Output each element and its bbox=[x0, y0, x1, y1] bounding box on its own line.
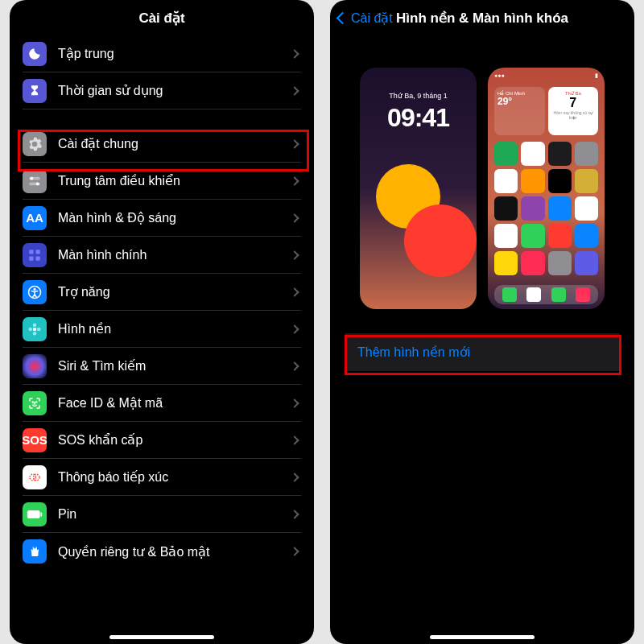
chevron-left-icon bbox=[336, 11, 349, 24]
wallpaper-art bbox=[368, 156, 469, 301]
row-label: Face ID & Mật mã bbox=[58, 395, 291, 411]
svg-point-17 bbox=[30, 474, 36, 481]
header: Cài đặt Hình nền & Màn hình khóa bbox=[330, 0, 634, 35]
app-grid bbox=[494, 142, 598, 285]
row-label: Màn hình chính bbox=[58, 248, 291, 262]
add-wallpaper-label: Thêm hình nền mới bbox=[357, 345, 470, 359]
chevron-right-icon bbox=[290, 547, 299, 555]
chevron-right-icon bbox=[290, 324, 299, 333]
chevron-right-icon bbox=[290, 176, 299, 185]
weather-widget: Hồ Chí Minh 29° bbox=[494, 87, 545, 135]
svg-rect-4 bbox=[29, 250, 33, 254]
app-grid-icon bbox=[23, 243, 47, 267]
row-label: Trợ năng bbox=[58, 284, 291, 299]
flower-icon bbox=[23, 317, 47, 341]
row-privacy[interactable]: Quyền riêng tư & Bảo mật bbox=[23, 533, 301, 570]
chevron-right-icon bbox=[290, 510, 299, 518]
moon-icon bbox=[23, 42, 47, 66]
text-size-icon: AA bbox=[23, 206, 47, 230]
row-general[interactable]: Cài đặt chung bbox=[23, 126, 301, 163]
svg-rect-19 bbox=[27, 510, 40, 518]
hourglass-icon bbox=[23, 79, 47, 103]
row-focus[interactable]: Tập trung bbox=[23, 35, 301, 72]
back-label: Cài đặt bbox=[351, 10, 393, 26]
svg-point-10 bbox=[33, 327, 37, 331]
svg-point-3 bbox=[36, 182, 39, 185]
row-wallpaper[interactable]: Hình nền bbox=[23, 311, 301, 348]
row-home-screen[interactable]: Màn hình chính bbox=[23, 237, 301, 274]
chevron-right-icon bbox=[290, 139, 299, 148]
svg-rect-5 bbox=[36, 250, 40, 254]
row-control-center[interactable]: Trung tâm điều khiển bbox=[23, 163, 301, 200]
chevron-right-icon bbox=[290, 398, 299, 407]
home-screen-preview[interactable]: ●●●▮ Hồ Chí Minh 29° Thứ Ba 7 Hôm nay kh… bbox=[488, 68, 605, 309]
row-sos[interactable]: SOS SOS khẩn cấp bbox=[23, 422, 301, 459]
svg-rect-6 bbox=[29, 256, 33, 260]
hand-icon bbox=[23, 539, 47, 564]
settings-screen: Cài đặt Tập trung Thời gian sử dụng Cài … bbox=[10, 0, 314, 644]
home-indicator[interactable] bbox=[430, 635, 535, 639]
svg-rect-7 bbox=[36, 256, 40, 260]
svg-point-14 bbox=[37, 327, 41, 331]
gear-icon bbox=[23, 132, 47, 156]
back-button[interactable]: Cài đặt bbox=[338, 10, 393, 26]
row-battery[interactable]: Pin bbox=[23, 496, 301, 533]
chevron-right-icon bbox=[290, 361, 299, 370]
home-indicator[interactable] bbox=[109, 635, 214, 639]
siri-icon bbox=[23, 354, 47, 378]
row-label: Pin bbox=[58, 507, 291, 522]
row-label: Hình nền bbox=[58, 321, 291, 336]
page-title: Hình nền & Màn hình khóa bbox=[396, 10, 568, 27]
row-faceid[interactable]: Face ID & Mật mã bbox=[23, 385, 301, 422]
row-label: Thông báo tiếp xúc bbox=[58, 469, 291, 485]
battery-icon bbox=[23, 502, 47, 526]
exposure-icon bbox=[23, 465, 47, 489]
row-label: Siri & Tìm kiếm bbox=[58, 358, 291, 374]
svg-point-16 bbox=[36, 401, 37, 402]
chevron-right-icon bbox=[290, 287, 299, 296]
chevron-right-icon bbox=[290, 473, 299, 481]
header: Cài đặt bbox=[10, 0, 314, 35]
svg-point-12 bbox=[33, 332, 37, 336]
row-label: Tập trung bbox=[58, 46, 291, 61]
chevron-right-icon bbox=[290, 213, 299, 222]
sos-icon: SOS bbox=[23, 428, 47, 452]
faceid-icon bbox=[23, 391, 47, 415]
status-bar: ●●●▮ bbox=[494, 72, 598, 79]
svg-point-1 bbox=[30, 176, 33, 180]
wallpaper-preview-pair: Thứ Ba, 9 tháng 1 09:41 ●●●▮ Hồ Chí Minh… bbox=[354, 68, 610, 309]
settings-list: Tập trung Thời gian sử dụng Cài đặt chun… bbox=[10, 35, 314, 570]
svg-point-9 bbox=[34, 287, 36, 290]
row-label: Màn hình & Độ sáng bbox=[58, 210, 291, 225]
svg-rect-20 bbox=[41, 512, 43, 516]
page-title: Cài đặt bbox=[138, 10, 184, 27]
widgets: Hồ Chí Minh 29° Thứ Ba 7 Hôm nay không c… bbox=[494, 87, 598, 135]
chevron-right-icon bbox=[290, 86, 299, 95]
lock-screen-preview[interactable]: Thứ Ba, 9 tháng 1 09:41 bbox=[360, 68, 477, 309]
toggles-icon bbox=[23, 169, 47, 193]
chevron-right-icon bbox=[290, 49, 299, 58]
row-label: SOS khẩn cấp bbox=[58, 432, 291, 448]
chevron-right-icon bbox=[290, 250, 299, 259]
lock-date: Thứ Ba, 9 tháng 1 bbox=[360, 92, 477, 100]
row-label: Trung tâm điều khiển bbox=[58, 173, 291, 188]
row-label: Cài đặt chung bbox=[58, 136, 291, 151]
calendar-widget: Thứ Ba 7 Hôm nay không có sự kiện bbox=[548, 87, 599, 135]
accessibility-icon bbox=[23, 280, 47, 304]
svg-point-15 bbox=[32, 401, 33, 402]
row-label: Quyền riêng tư & Bảo mật bbox=[58, 544, 291, 559]
svg-point-13 bbox=[29, 327, 33, 331]
row-display[interactable]: AA Màn hình & Độ sáng bbox=[23, 200, 301, 237]
chevron-right-icon bbox=[290, 436, 299, 444]
row-exposure[interactable]: Thông báo tiếp xúc bbox=[23, 459, 301, 496]
svg-point-11 bbox=[33, 323, 37, 327]
dock bbox=[494, 285, 598, 304]
row-siri[interactable]: Siri & Tìm kiếm bbox=[23, 348, 301, 385]
add-wallpaper-button[interactable]: Thêm hình nền mới bbox=[345, 333, 620, 371]
wallpaper-screen: Cài đặt Hình nền & Màn hình khóa Thứ Ba,… bbox=[330, 0, 634, 644]
row-accessibility[interactable]: Trợ năng bbox=[23, 274, 301, 311]
lock-time: 09:41 bbox=[360, 103, 477, 133]
row-label: Thời gian sử dụng bbox=[58, 83, 291, 98]
row-screentime[interactable]: Thời gian sử dụng bbox=[23, 72, 301, 109]
